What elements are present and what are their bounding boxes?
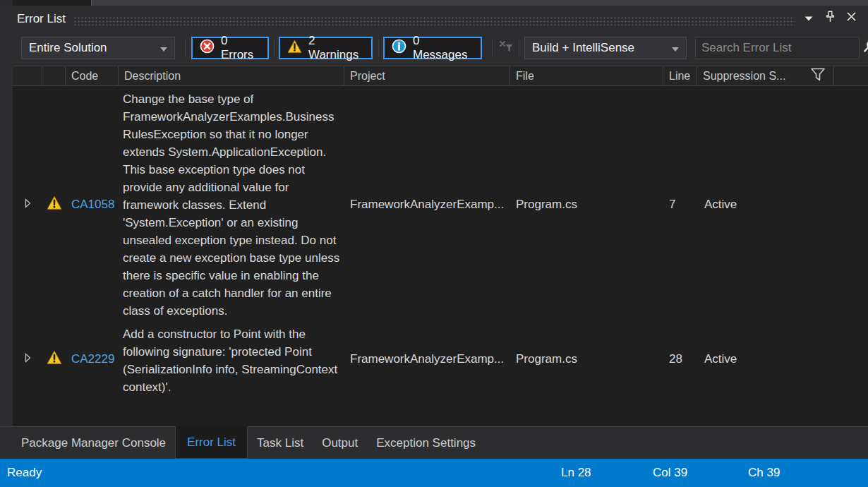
dropdown-caret-icon: [672, 41, 679, 55]
top-left-corner: [0, 0, 13, 6]
error-icon: [200, 39, 215, 57]
header-severity-column[interactable]: [42, 66, 66, 85]
table-row[interactable]: CA2229 Add a constructor to Point with t…: [13, 322, 868, 396]
dropdown-caret-icon: [160, 41, 167, 55]
severity-cell: [42, 87, 66, 322]
row-expander-icon: [25, 352, 31, 366]
pin-button[interactable]: [821, 9, 838, 26]
close-button[interactable]: [843, 9, 860, 26]
header-suppression[interactable]: Suppression S...: [697, 66, 834, 85]
status-line[interactable]: Ln 28: [561, 466, 591, 480]
close-icon: [847, 11, 856, 24]
header-project[interactable]: Project: [344, 66, 510, 85]
toolbar-separator: [274, 39, 275, 57]
tab-task-list[interactable]: Task List: [248, 427, 313, 459]
tab-exception-settings[interactable]: Exception Settings: [367, 427, 485, 459]
window-position-button[interactable]: [800, 9, 817, 26]
row-expander-icon: [25, 198, 31, 212]
warnings-toggle-button[interactable]: 2 Warnings: [279, 37, 373, 59]
warning-icon: [47, 196, 62, 214]
line-cell: 28: [663, 322, 697, 396]
tool-window-tabbar: Package Manager Console Error List Task …: [0, 426, 868, 459]
error-list-table: CA1058 Change the base type of Framework…: [13, 87, 868, 426]
toolbar-separator: [519, 39, 519, 57]
top-edge-strip: [0, 0, 868, 6]
row-filler: [834, 322, 868, 396]
project-cell: FrameworkAnalyzerExamp...: [344, 87, 510, 322]
tab-error-list[interactable]: Error List: [175, 426, 248, 459]
description-cell: Change the base type of FrameworkAnalyze…: [119, 87, 344, 322]
panel-left-margin: [0, 66, 13, 426]
warning-icon: [47, 350, 62, 368]
source-dropdown[interactable]: Build + IntelliSense: [524, 37, 687, 59]
pin-icon: [825, 11, 836, 25]
code-cell[interactable]: CA2229: [66, 322, 119, 396]
row-expander[interactable]: [13, 87, 42, 322]
clear-filter-icon: [498, 39, 514, 57]
file-cell: Program.cs: [510, 87, 663, 322]
search-icon[interactable]: [862, 39, 868, 57]
description-cell: Add a constructor to Point with the foll…: [119, 322, 344, 396]
header-code[interactable]: Code: [66, 66, 119, 85]
table-row[interactable]: CA1058 Change the base type of Framework…: [13, 87, 868, 322]
filter-funnel-icon[interactable]: [809, 67, 826, 85]
titlebar-drag-grip[interactable]: [73, 16, 795, 25]
table-header: Code Description Project File Line Suppr…: [13, 66, 868, 86]
header-file[interactable]: File: [510, 66, 663, 85]
search-input[interactable]: [701, 41, 857, 55]
messages-toggle-button[interactable]: 0 Messages: [383, 37, 482, 59]
panel-title: Error List: [17, 12, 66, 26]
document-edge: [13, 0, 92, 6]
toolbar-separator: [185, 39, 186, 57]
severity-cell: [42, 322, 66, 396]
header-filler: [834, 66, 868, 85]
header-suppression-label: Suppression S...: [703, 70, 785, 83]
window-buttons: [800, 9, 860, 26]
warnings-toggle-label: 2 Warnings: [308, 34, 364, 62]
row-filler: [834, 87, 868, 322]
warning-icon: [287, 40, 302, 57]
line-cell: 7: [663, 87, 697, 322]
suppression-cell: Active: [697, 322, 834, 396]
tab-output[interactable]: Output: [313, 427, 367, 459]
error-list-panel: Error List: [0, 0, 868, 487]
source-dropdown-value: Build + IntelliSense: [532, 41, 634, 55]
scope-dropdown[interactable]: Entire Solution: [21, 37, 175, 59]
project-cell: FrameworkAnalyzerExamp...: [344, 322, 510, 396]
status-column[interactable]: Col 39: [653, 466, 687, 480]
code-cell[interactable]: CA1058: [66, 87, 119, 322]
clear-filters-button[interactable]: [496, 37, 516, 59]
row-expander[interactable]: [13, 322, 42, 396]
header-expander-column[interactable]: [13, 66, 42, 85]
suppression-cell: Active: [697, 87, 834, 322]
header-line[interactable]: Line: [663, 66, 697, 85]
errors-toggle-button[interactable]: 0 Errors: [191, 37, 269, 59]
scope-dropdown-value: Entire Solution: [29, 41, 107, 55]
header-description[interactable]: Description: [119, 66, 344, 85]
errors-toggle-label: 0 Errors: [221, 34, 260, 62]
info-icon: [392, 39, 406, 57]
status-bar: Ready Ln 28 Col 39 Ch 39: [0, 459, 868, 487]
search-box: [695, 37, 860, 59]
status-ready: Ready: [7, 466, 42, 480]
tab-package-manager-console[interactable]: Package Manager Console: [12, 427, 175, 459]
chevron-down-icon: [804, 11, 813, 24]
panel-chrome: Error List: [0, 6, 868, 66]
messages-toggle-label: 0 Messages: [413, 34, 474, 62]
file-cell: Program.cs: [510, 322, 663, 396]
status-character[interactable]: Ch 39: [748, 466, 780, 480]
toolbar-separator: [378, 39, 379, 57]
toolbar-separator: [492, 39, 493, 57]
